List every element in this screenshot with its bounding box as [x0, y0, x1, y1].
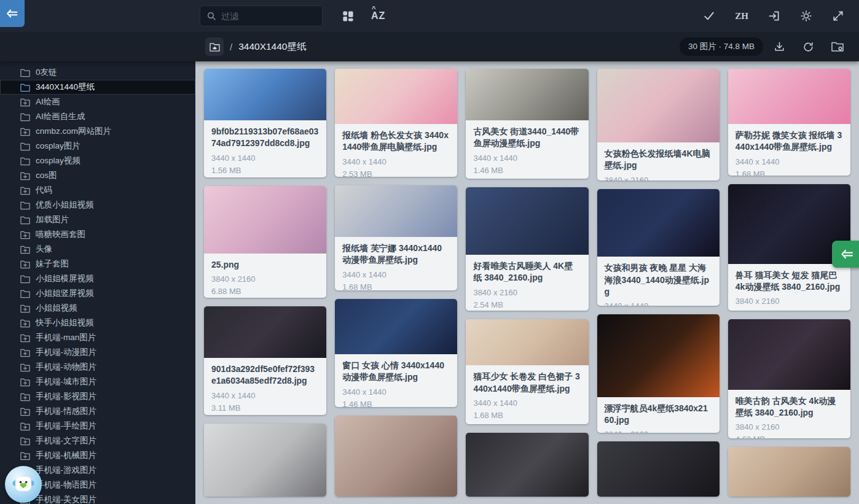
sidebar-folder-item[interactable]: 妹子套图 — [0, 257, 195, 271]
sidebar-folder-item[interactable]: 小姐姐竖屏视频 — [0, 286, 195, 301]
sidebar-folder-item[interactable]: 快手小姐姐视频 — [0, 316, 195, 330]
folder-icon — [20, 333, 30, 343]
folder-icon — [20, 451, 30, 460]
sidebar-folder-item[interactable]: 手机端-手绘图片 — [0, 419, 195, 433]
sidebar-folder-item[interactable]: cnmbz.com网站图片 — [0, 124, 195, 139]
sidebar-folder-item[interactable]: 代码 — [0, 183, 195, 198]
sidebar-folder-item[interactable]: 优质小姐姐视频 — [0, 198, 195, 212]
sidebar-folder-item[interactable]: 3440X1440壁纸 — [0, 80, 195, 95]
refresh-button[interactable] — [796, 41, 821, 53]
sidebar-folder-item[interactable]: 0友链 — [0, 65, 195, 80]
image-card-info: 兽耳 猫耳美女 短发 猫尾巴 4k动漫壁纸 3840_2160.jpg 3840… — [728, 264, 850, 311]
image-filename: 901d3a292df5e0fef72f393e1a6034a85edf72d8… — [211, 363, 319, 387]
folder-label: 代码 — [36, 185, 52, 196]
folder-settings-button[interactable] — [825, 41, 850, 52]
home-folder-icon — [210, 42, 220, 52]
image-card[interactable]: 萨勒芬妮 微笑女孩 报纸墙 3440x1440带鱼屏壁纸.jpg 3440 x … — [728, 69, 850, 176]
select-mode-button[interactable] — [697, 6, 721, 26]
folder-icon — [20, 436, 30, 446]
sidebar-folder-item[interactable]: cosplay图片 — [0, 139, 195, 153]
folder-icon — [20, 274, 30, 284]
app-window: ^AZ ZH — [0, 0, 859, 504]
image-card[interactable] — [204, 424, 326, 497]
sidebar-folder-item[interactable]: 手机端-情感图片 — [0, 404, 195, 419]
image-grid: 9bf0b2119313b07ef68ae0374ad7912397dd8cd8… — [195, 61, 859, 504]
layout-grid-button[interactable] — [336, 6, 360, 26]
image-card[interactable]: 25.png 3840 x 2160 6.88 MB 2025/06/20 00… — [204, 186, 326, 298]
image-dimensions: 3440 x 1440 — [211, 390, 319, 402]
image-card[interactable]: 古风美女 街道3440_1440带鱼屏动漫壁纸.jpg 3440 x 1440 … — [466, 69, 588, 179]
image-card[interactable] — [728, 447, 850, 497]
sidebar-folder-item[interactable]: cosplay视频 — [0, 153, 195, 168]
folder-icon — [20, 260, 30, 269]
sidebar-folder-item[interactable]: 手机端-影视图片 — [0, 389, 195, 404]
pathbar-right-actions: 30 图片 · 74.8 MB — [680, 37, 850, 56]
image-card[interactable] — [466, 433, 588, 497]
image-card[interactable] — [335, 416, 457, 497]
image-card[interactable]: 901d3a292df5e0fef72f393e1a6034a85edf72d8… — [204, 306, 326, 415]
image-thumbnail — [466, 187, 588, 255]
sidebar-folder-item[interactable]: AI绘画自生成 — [0, 109, 195, 124]
folder-label: 小姐姐横屏视频 — [36, 273, 94, 284]
folder-icon — [20, 83, 30, 92]
image-thumbnail — [204, 69, 326, 120]
image-filesize: 3.11 MB — [211, 402, 319, 414]
sidebar-folder-item[interactable]: 手机端-man图片 — [0, 330, 195, 345]
image-card[interactable]: 报纸墙 芙宁娜 3440x1440动漫带鱼屏壁纸.jpg 3440 x 1440… — [335, 185, 457, 290]
language-label: ZH — [735, 11, 748, 21]
sidebar-folder-item[interactable]: 小姐姐横屏视频 — [0, 271, 195, 286]
collapse-left-icon — [6, 7, 19, 20]
image-card[interactable]: 好看唯美古风睡美人 4K壁纸 3840_2160.jpg 3840 x 2160… — [466, 187, 588, 311]
theme-toggle-button[interactable] — [794, 6, 818, 26]
sidebar-folder-item[interactable]: 小姐姐视频 — [0, 301, 195, 316]
home-breadcrumb-button[interactable] — [205, 37, 224, 56]
fullscreen-button[interactable] — [826, 6, 850, 26]
image-card-info: 女孩和男孩 夜晚 星星 大海 海浪3440_1440动漫壁纸.jpg 3440 … — [597, 257, 720, 305]
top-toolbar: ^AZ ZH — [0, 0, 859, 32]
image-filename: 兽耳 猫耳美女 短发 猫尾巴 4k动漫壁纸 3840_2160.jpg — [735, 269, 843, 293]
sidebar-folder-item[interactable]: 手机端-动漫图片 — [0, 345, 195, 360]
image-filename: 报纸墙 芙宁娜 3440x1440动漫带鱼屏壁纸.jpg — [342, 242, 450, 266]
sidebar-folder-item[interactable]: AI绘画 — [0, 95, 195, 109]
grid-column: 女孩粉色长发报纸墙4K电脑壁纸.jpg 3840 x 2160 2.64 MB … — [597, 69, 720, 497]
folder-icon — [20, 304, 30, 313]
folder-icon — [20, 422, 30, 431]
collapse-sidebar-button[interactable] — [0, 0, 25, 27]
login-button[interactable] — [762, 6, 786, 26]
collapse-panel-button[interactable] — [832, 241, 859, 268]
download-button[interactable] — [767, 41, 792, 53]
sidebar-folder-item[interactable]: 手机端-城市图片 — [0, 374, 195, 389]
image-card[interactable]: 唯美古韵 古风美女 4k动漫壁纸 3840_2160.jpg 3840 x 21… — [728, 319, 850, 438]
image-filename: 女孩和男孩 夜晚 星星 大海 海浪3440_1440动漫壁纸.jpg — [605, 262, 712, 298]
image-card[interactable]: 猫耳少女 长卷发 白色裙子 3440x1440带鱼屏壁纸.jpg 3440 x … — [466, 319, 588, 424]
image-thumbnail — [335, 69, 457, 124]
image-dimensions: 3440 x 1440 — [473, 397, 581, 409]
sidebar-folder-item[interactable]: 手机端-动物图片 — [0, 360, 195, 374]
folder-label: 手机端-手绘图片 — [36, 421, 96, 432]
sidebar-folder-item[interactable]: 手机端-文字图片 — [0, 433, 195, 448]
image-thumbnail — [204, 424, 326, 497]
sidebar-folder-item[interactable]: 喵糖映画套图 — [0, 227, 195, 242]
image-date: 2025/06/20 00:10 — [473, 177, 581, 179]
folder-label: 3440X1440壁纸 — [36, 82, 95, 93]
image-card[interactable]: 女孩粉色长发报纸墙4K电脑壁纸.jpg 3840 x 2160 2.64 MB … — [597, 69, 720, 180]
mascot-assistant-button[interactable] — [5, 466, 42, 503]
image-date: 2025/06/20 00:10 — [211, 414, 319, 415]
image-filesize: 2.53 MB — [342, 168, 450, 177]
image-card[interactable]: 漂浮宇航员4k壁纸3840x2160.jpg 3840 x 2160 1.92 … — [597, 314, 720, 433]
sidebar-folder-item[interactable]: cos图 — [0, 168, 195, 183]
image-card[interactable]: 9bf0b2119313b07ef68ae0374ad7912397dd8cd8… — [204, 69, 326, 177]
sidebar-folder-item[interactable]: 手机端-机械图片 — [0, 448, 195, 463]
image-card[interactable]: 女孩和男孩 夜晚 星星 大海 海浪3440_1440动漫壁纸.jpg 3440 … — [597, 189, 720, 305]
image-card[interactable] — [597, 441, 720, 497]
image-thumbnail — [204, 186, 326, 254]
language-toggle-button[interactable]: ZH — [729, 6, 755, 26]
search-input[interactable] — [221, 11, 313, 21]
image-card[interactable]: 窗口 女孩 心情 3440x1440动漫带鱼屏壁纸.jpg 3440 x 144… — [335, 299, 457, 407]
sidebar-folder-item[interactable]: 加载图片 — [0, 212, 195, 227]
sidebar-folder-item[interactable]: 头像 — [0, 242, 195, 257]
sort-az-button[interactable]: ^AZ — [360, 6, 391, 26]
image-card[interactable]: 报纸墙 粉色长发女孩 3440x1440带鱼屏电脑壁纸.jpg 3440 x 1… — [335, 69, 457, 177]
folder-icon — [20, 142, 30, 151]
folder-label: 手机端-游戏图片 — [36, 465, 96, 476]
